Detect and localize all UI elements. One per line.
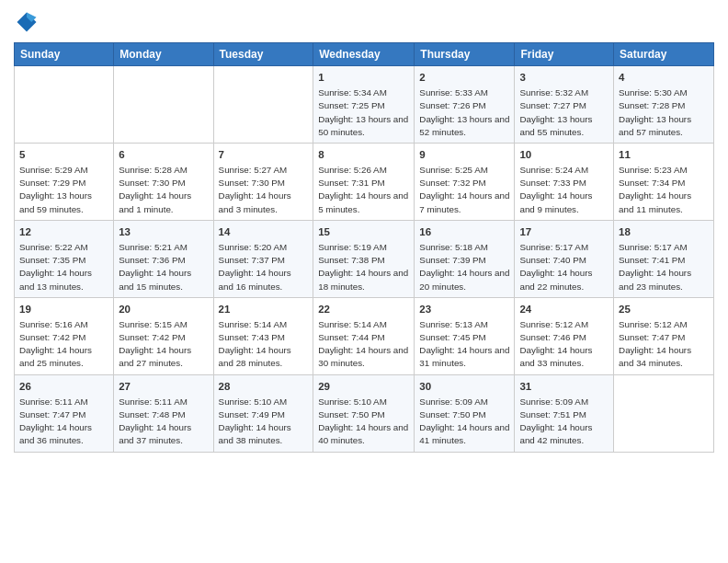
day-number: 21 bbox=[219, 302, 309, 316]
calendar-cell bbox=[114, 66, 213, 144]
calendar-table: SundayMondayTuesdayWednesdayThursdayFrid… bbox=[14, 42, 714, 453]
calendar-cell: 4Sunrise: 5:30 AMSunset: 7:28 PMDaylight… bbox=[614, 66, 714, 144]
header-day-monday: Monday bbox=[114, 43, 213, 66]
calendar-cell: 17Sunrise: 5:17 AMSunset: 7:40 PMDayligh… bbox=[515, 220, 614, 297]
day-info: Sunrise: 5:28 AMSunset: 7:30 PMDaylight:… bbox=[119, 164, 208, 216]
calendar-cell: 13Sunrise: 5:21 AMSunset: 7:36 PMDayligh… bbox=[114, 220, 213, 297]
calendar-cell: 3Sunrise: 5:32 AMSunset: 7:27 PMDaylight… bbox=[515, 66, 614, 144]
day-number: 23 bbox=[419, 302, 509, 316]
day-info: Sunrise: 5:12 AMSunset: 7:47 PMDaylight:… bbox=[619, 318, 709, 371]
logo-icon bbox=[14, 9, 40, 35]
calendar-cell: 10Sunrise: 5:24 AMSunset: 7:33 PMDayligh… bbox=[515, 143, 614, 220]
calendar-cell: 5Sunrise: 5:29 AMSunset: 7:29 PMDaylight… bbox=[15, 143, 114, 220]
header-day-wednesday: Wednesday bbox=[313, 43, 415, 66]
day-info: Sunrise: 5:11 AMSunset: 7:47 PMDaylight:… bbox=[19, 396, 108, 448]
header-day-friday: Friday bbox=[515, 43, 614, 66]
week-row-5: 26Sunrise: 5:11 AMSunset: 7:47 PMDayligh… bbox=[15, 374, 714, 452]
day-info: Sunrise: 5:23 AMSunset: 7:34 PMDaylight:… bbox=[619, 164, 709, 216]
calendar-cell: 21Sunrise: 5:14 AMSunset: 7:43 PMDayligh… bbox=[213, 297, 313, 374]
day-info: Sunrise: 5:17 AMSunset: 7:40 PMDaylight:… bbox=[519, 241, 609, 293]
day-number: 1 bbox=[318, 70, 409, 85]
header-row: SundayMondayTuesdayWednesdayThursdayFrid… bbox=[15, 43, 714, 66]
calendar-body: 1Sunrise: 5:34 AMSunset: 7:25 PMDaylight… bbox=[15, 66, 714, 453]
header-day-sunday: Sunday bbox=[15, 43, 114, 66]
day-info: Sunrise: 5:14 AMSunset: 7:44 PMDaylight:… bbox=[318, 318, 409, 371]
day-info: Sunrise: 5:09 AMSunset: 7:50 PMDaylight:… bbox=[419, 396, 509, 448]
day-info: Sunrise: 5:13 AMSunset: 7:45 PMDaylight:… bbox=[419, 318, 509, 371]
day-number: 22 bbox=[318, 302, 409, 316]
day-number: 18 bbox=[619, 224, 709, 239]
day-info: Sunrise: 5:21 AMSunset: 7:36 PMDaylight:… bbox=[119, 241, 208, 293]
calendar-cell: 16Sunrise: 5:18 AMSunset: 7:39 PMDayligh… bbox=[415, 220, 515, 297]
calendar-cell bbox=[213, 66, 313, 144]
calendar-cell: 11Sunrise: 5:23 AMSunset: 7:34 PMDayligh… bbox=[614, 143, 714, 220]
calendar-cell bbox=[15, 66, 114, 144]
day-info: Sunrise: 5:17 AMSunset: 7:41 PMDaylight:… bbox=[619, 241, 709, 293]
day-info: Sunrise: 5:29 AMSunset: 7:29 PMDaylight:… bbox=[19, 164, 108, 216]
day-number: 30 bbox=[419, 379, 509, 394]
day-info: Sunrise: 5:14 AMSunset: 7:43 PMDaylight:… bbox=[219, 318, 309, 371]
day-info: Sunrise: 5:25 AMSunset: 7:32 PMDaylight:… bbox=[419, 164, 509, 216]
calendar-cell: 6Sunrise: 5:28 AMSunset: 7:30 PMDaylight… bbox=[114, 143, 213, 220]
logo bbox=[14, 9, 43, 35]
calendar-cell: 1Sunrise: 5:34 AMSunset: 7:25 PMDaylight… bbox=[313, 66, 415, 144]
calendar-cell: 27Sunrise: 5:11 AMSunset: 7:48 PMDayligh… bbox=[114, 374, 213, 452]
day-number: 7 bbox=[219, 147, 309, 162]
week-row-1: 1Sunrise: 5:34 AMSunset: 7:25 PMDaylight… bbox=[15, 66, 714, 144]
calendar-header: SundayMondayTuesdayWednesdayThursdayFrid… bbox=[15, 43, 714, 66]
day-number: 28 bbox=[219, 379, 309, 394]
day-info: Sunrise: 5:26 AMSunset: 7:31 PMDaylight:… bbox=[318, 164, 409, 216]
day-number: 2 bbox=[419, 70, 509, 85]
calendar-cell: 30Sunrise: 5:09 AMSunset: 7:50 PMDayligh… bbox=[415, 374, 515, 452]
day-number: 24 bbox=[519, 302, 609, 316]
calendar-cell: 26Sunrise: 5:11 AMSunset: 7:47 PMDayligh… bbox=[15, 374, 114, 452]
day-number: 10 bbox=[519, 147, 609, 162]
day-number: 11 bbox=[619, 147, 709, 162]
day-number: 14 bbox=[219, 224, 309, 239]
calendar-cell: 22Sunrise: 5:14 AMSunset: 7:44 PMDayligh… bbox=[313, 297, 415, 374]
day-number: 19 bbox=[19, 302, 108, 316]
calendar-cell: 8Sunrise: 5:26 AMSunset: 7:31 PMDaylight… bbox=[313, 143, 415, 220]
day-info: Sunrise: 5:20 AMSunset: 7:37 PMDaylight:… bbox=[219, 241, 309, 293]
day-info: Sunrise: 5:34 AMSunset: 7:25 PMDaylight:… bbox=[318, 86, 409, 139]
calendar-cell: 23Sunrise: 5:13 AMSunset: 7:45 PMDayligh… bbox=[415, 297, 515, 374]
day-number: 6 bbox=[119, 147, 208, 162]
day-info: Sunrise: 5:11 AMSunset: 7:48 PMDaylight:… bbox=[119, 396, 208, 448]
day-number: 27 bbox=[119, 379, 208, 394]
day-number: 31 bbox=[519, 379, 609, 394]
day-info: Sunrise: 5:10 AMSunset: 7:49 PMDaylight:… bbox=[219, 396, 309, 448]
week-row-3: 12Sunrise: 5:22 AMSunset: 7:35 PMDayligh… bbox=[15, 220, 714, 297]
day-info: Sunrise: 5:32 AMSunset: 7:27 PMDaylight:… bbox=[519, 86, 609, 139]
calendar-cell: 28Sunrise: 5:10 AMSunset: 7:49 PMDayligh… bbox=[213, 374, 313, 452]
day-number: 4 bbox=[619, 70, 709, 85]
day-number: 16 bbox=[419, 224, 509, 239]
day-number: 20 bbox=[119, 302, 208, 316]
calendar-cell: 18Sunrise: 5:17 AMSunset: 7:41 PMDayligh… bbox=[614, 220, 714, 297]
calendar-cell: 25Sunrise: 5:12 AMSunset: 7:47 PMDayligh… bbox=[614, 297, 714, 374]
day-number: 5 bbox=[19, 147, 108, 162]
day-info: Sunrise: 5:19 AMSunset: 7:38 PMDaylight:… bbox=[318, 241, 409, 293]
header-day-tuesday: Tuesday bbox=[213, 43, 313, 66]
calendar-cell: 9Sunrise: 5:25 AMSunset: 7:32 PMDaylight… bbox=[415, 143, 515, 220]
page-header bbox=[14, 9, 714, 35]
day-info: Sunrise: 5:33 AMSunset: 7:26 PMDaylight:… bbox=[419, 86, 509, 139]
day-number: 29 bbox=[318, 379, 409, 394]
day-info: Sunrise: 5:18 AMSunset: 7:39 PMDaylight:… bbox=[419, 241, 509, 293]
day-number: 15 bbox=[318, 224, 409, 239]
day-info: Sunrise: 5:09 AMSunset: 7:51 PMDaylight:… bbox=[519, 396, 609, 448]
calendar-cell: 20Sunrise: 5:15 AMSunset: 7:42 PMDayligh… bbox=[114, 297, 213, 374]
day-number: 13 bbox=[119, 224, 208, 239]
header-day-thursday: Thursday bbox=[415, 43, 515, 66]
calendar-cell: 29Sunrise: 5:10 AMSunset: 7:50 PMDayligh… bbox=[313, 374, 415, 452]
calendar-cell: 2Sunrise: 5:33 AMSunset: 7:26 PMDaylight… bbox=[415, 66, 515, 144]
day-info: Sunrise: 5:27 AMSunset: 7:30 PMDaylight:… bbox=[219, 164, 309, 216]
day-info: Sunrise: 5:12 AMSunset: 7:46 PMDaylight:… bbox=[519, 318, 609, 371]
day-number: 3 bbox=[519, 70, 609, 85]
day-info: Sunrise: 5:30 AMSunset: 7:28 PMDaylight:… bbox=[619, 86, 709, 139]
week-row-2: 5Sunrise: 5:29 AMSunset: 7:29 PMDaylight… bbox=[15, 143, 714, 220]
day-number: 26 bbox=[19, 379, 108, 394]
calendar-cell: 19Sunrise: 5:16 AMSunset: 7:42 PMDayligh… bbox=[15, 297, 114, 374]
day-info: Sunrise: 5:22 AMSunset: 7:35 PMDaylight:… bbox=[19, 241, 108, 293]
calendar-cell bbox=[614, 374, 714, 452]
day-info: Sunrise: 5:16 AMSunset: 7:42 PMDaylight:… bbox=[19, 318, 108, 371]
